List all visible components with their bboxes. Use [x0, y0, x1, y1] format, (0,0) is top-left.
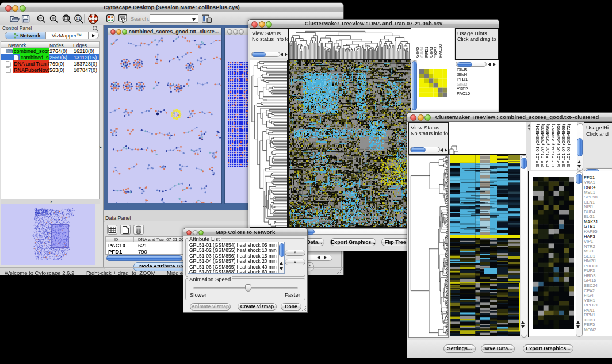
svg-text:1:1: 1:1 — [76, 17, 81, 20]
svg-text:Search:: Search: — [131, 16, 150, 22]
